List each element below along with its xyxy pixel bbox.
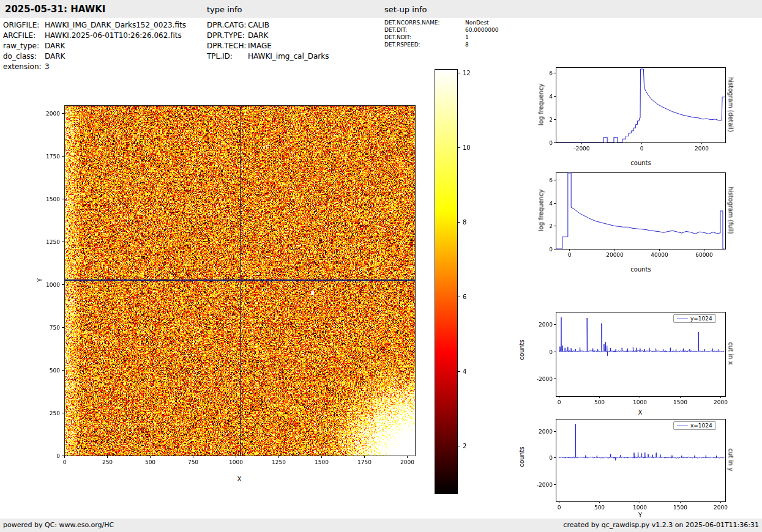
cut-x-x-label: X (638, 409, 643, 416)
info-row: ARCFILE:HAWKI.2025-06-01T10:26:26.062.fi… (3, 31, 186, 41)
info-label: DET.RSPEED: (384, 41, 465, 48)
info-label: DPR.TECH: (207, 41, 248, 51)
info-label: do_class: (3, 51, 45, 62)
histogram-full-plot (532, 169, 728, 262)
footer-bar: powered by QC: www.eso.org/HC created by… (0, 519, 762, 532)
hist-detail-side-label: histogram (detail) (728, 77, 734, 132)
info-label: ARCFILE: (3, 31, 45, 41)
info-value: CALIB (248, 21, 269, 29)
info-row: DPR.CATG:CALIB (207, 20, 329, 31)
cut-y-y-label: counts (518, 446, 525, 467)
info-label: DET.DIT: (384, 26, 465, 34)
dark-frame-image (34, 97, 431, 475)
header-bar: 2025-05-31: HAWKI type info set-up info (0, 0, 762, 18)
info-row: extension:3 (3, 62, 186, 72)
hist-full-x-label: counts (630, 266, 651, 273)
legend-line-icon (677, 426, 688, 426)
info-label: DPR.CATG: (207, 20, 248, 31)
hist-full-side-label: histogram (full) (728, 187, 734, 234)
info-value: IMAGE (248, 42, 272, 50)
colorbar (428, 64, 487, 501)
info-row: DET.RSPEED:8 (384, 41, 498, 48)
info-row: DET.NDIT:1 (384, 34, 498, 41)
hist-full-y-label: log frequency (538, 190, 545, 232)
info-value: HAWKI_img_cal_Darks (248, 52, 329, 61)
type-info-heading: type info (207, 5, 242, 14)
cut-y-legend: x=1024 (673, 421, 716, 430)
legend-line-icon (677, 319, 688, 319)
type-info-section: DPR.CATG:CALIB DPR.TYPE:DARK DPR.TECH:IM… (207, 20, 329, 62)
info-label: DET.NDIT: (384, 34, 465, 41)
histogram-detail-plot (532, 64, 728, 155)
hist-detail-x-label: counts (630, 160, 651, 166)
qc-report-page: 2025-05-31: HAWKI type info set-up info … (0, 0, 762, 532)
cut-x-legend-label: y=1024 (690, 316, 712, 322)
info-label: DET.NCORRS.NAME: (384, 19, 465, 26)
setup-info-heading: set-up info (384, 5, 427, 14)
info-label: DPR.TYPE: (207, 31, 248, 41)
cut-x-side-label: cut in x (728, 342, 734, 364)
info-label: ORIGFILE: (3, 20, 45, 31)
hist-detail-y-label: log frequency (538, 84, 545, 126)
info-row: DPR.TECH:IMAGE (207, 41, 329, 51)
info-row: DET.DIT:60.0000000 (384, 26, 498, 34)
info-row: TPL.ID:HAWKI_img_cal_Darks (207, 51, 329, 62)
info-value: DARK (45, 42, 65, 50)
info-row: DPR.TYPE:DARK (207, 31, 329, 41)
main-x-axis-label: X (237, 476, 242, 482)
info-value: 1 (465, 34, 469, 40)
info-value: 8 (465, 42, 469, 48)
info-label: extension: (3, 62, 45, 72)
info-value: NonDest (465, 20, 489, 26)
cut-x-y-label: counts (518, 339, 525, 360)
footer-created-by: created by qc_rawdisp.py v1.2.3 on 2025-… (563, 521, 759, 529)
info-value: HAWKI_IMG_DARK_Darks152_0023.fits (45, 21, 186, 29)
info-label: TPL.ID: (207, 51, 248, 62)
setup-info-section: DET.NCORRS.NAME:NonDest DET.DIT:60.00000… (384, 19, 498, 48)
main-y-axis-label: Y (37, 278, 43, 282)
info-row: do_class:DARK (3, 51, 186, 62)
info-value: DARK (45, 52, 65, 61)
cut-in-y-plot (532, 416, 728, 512)
info-value: 60.0000000 (465, 27, 498, 33)
info-row: raw_type:DARK (3, 41, 186, 51)
info-label: raw_type: (3, 41, 45, 51)
cut-x-legend: y=1024 (673, 314, 716, 323)
cut-y-side-label: cut in y (728, 448, 734, 471)
cut-y-legend-label: x=1024 (690, 423, 712, 429)
info-row: DET.NCORRS.NAME:NonDest (384, 19, 498, 26)
cut-in-x-plot (532, 309, 728, 407)
cut-y-x-label: Y (638, 512, 642, 519)
info-value: 3 (45, 62, 50, 71)
page-title: 2025-05-31: HAWKI (5, 4, 105, 15)
info-row: ORIGFILE:HAWKI_IMG_DARK_Darks152_0023.fi… (3, 20, 186, 31)
footer-powered-by: powered by QC: www.eso.org/HC (3, 521, 114, 529)
file-info-section: ORIGFILE:HAWKI_IMG_DARK_Darks152_0023.fi… (3, 20, 186, 72)
info-value: HAWKI.2025-06-01T10:26:26.062.fits (45, 31, 182, 40)
info-value: DARK (248, 31, 268, 40)
